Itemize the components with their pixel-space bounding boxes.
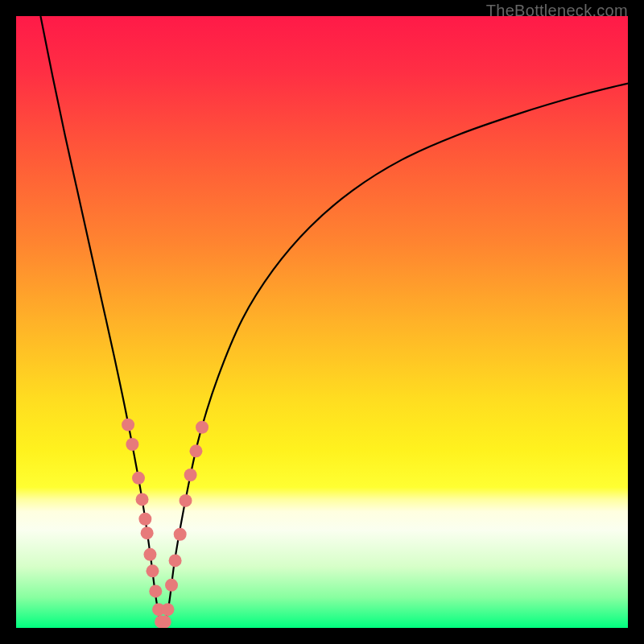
marker-dot	[136, 493, 149, 506]
marker-dot	[189, 444, 202, 457]
marker-dot	[169, 554, 182, 567]
marker-dot	[161, 603, 174, 616]
marker-dot	[126, 438, 138, 451]
marker-dot	[122, 419, 134, 431]
marker-dot	[141, 526, 154, 539]
curve-layer	[16, 16, 628, 628]
marker-dot	[174, 528, 187, 541]
marker-dot	[184, 469, 197, 481]
marker-dot	[146, 564, 159, 577]
marker-dot	[159, 615, 171, 628]
marker-dot	[165, 579, 178, 592]
marker-dot	[138, 513, 151, 526]
highlight-dots	[122, 419, 208, 628]
marker-dot	[132, 472, 145, 485]
marker-dot	[180, 494, 192, 507]
chart-frame: TheBottleneck.com	[0, 0, 644, 644]
marker-dot	[196, 421, 208, 434]
plot-area	[16, 16, 628, 628]
bottleneck-curve	[40, 16, 628, 628]
marker-dot	[143, 548, 156, 561]
marker-dot	[149, 584, 162, 597]
